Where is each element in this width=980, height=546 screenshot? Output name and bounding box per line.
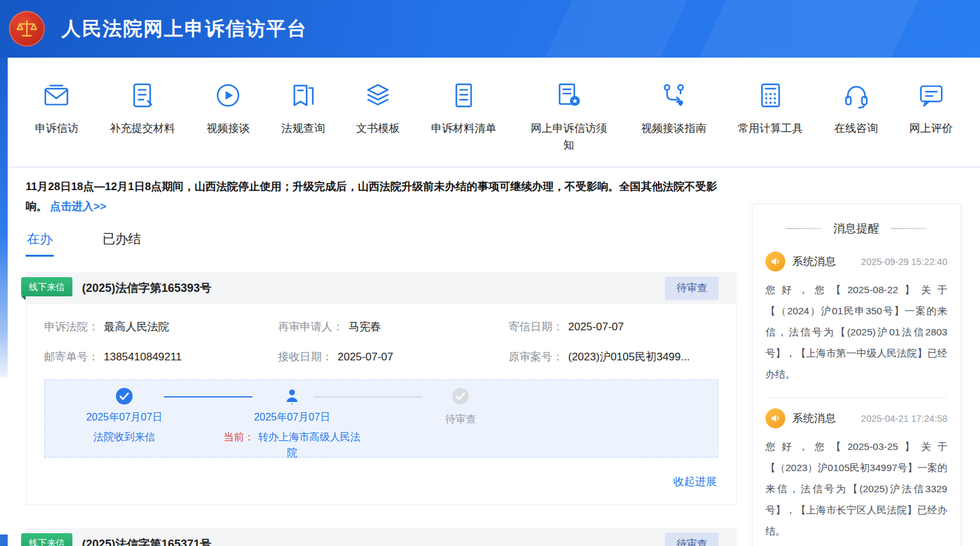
offline-letter-badge: 线下来信 — [21, 277, 72, 296]
message-title: 系统消息 — [792, 254, 836, 269]
layers-icon — [363, 81, 393, 110]
step-date: 2025年07月07日 — [54, 411, 195, 424]
nav-item-online-review[interactable]: 网上评价 — [910, 58, 953, 166]
check-circle-done-icon — [54, 387, 195, 405]
nav-item-petition-instructions[interactable]: 网上申诉信访须知 — [528, 58, 610, 166]
nav-item-video-guide[interactable]: 视频接谈指南 — [641, 58, 706, 166]
timeline-step-current: 2025年07月07日 当前：转办上海市高级人民法院 — [222, 387, 363, 461]
court-logo-icon — [9, 11, 45, 47]
top-nav: 申诉信访 补充提交材料 视频接谈 法规查询 — [8, 58, 980, 168]
tab-completed[interactable]: 已办结 — [101, 228, 142, 257]
nav-item-supplement-materials[interactable]: 补充提交材料 — [110, 58, 175, 166]
nav-item-law-search[interactable]: 法规查询 — [281, 58, 325, 166]
title-decor-line — [891, 228, 927, 229]
field-receive-date: 接收日期：2025-07-07 — [278, 349, 509, 364]
nav-item-document-templates[interactable]: 文书模板 — [356, 58, 400, 166]
cases-column: 11月28日18点—12月1日8点期间，山西法院停止使用；升级完成后，山西法院升… — [26, 177, 737, 546]
field-value: (2023)沪0105民初3499... — [568, 351, 690, 363]
mail-icon — [42, 81, 71, 110]
message-title: 系统消息 — [792, 411, 836, 426]
case-fields: 申诉法院：最高人民法院 再审申请人：马宪春 寄信日期：2025-07-07 邮寄… — [44, 319, 718, 364]
field-label: 寄信日期： — [509, 321, 563, 333]
message-item[interactable]: 系统消息 2025-09-29 15:22:40 您好，您【2025-08-22… — [765, 241, 947, 398]
panel-title-text: 消息提醒 — [833, 221, 879, 236]
nav-label: 常用计算工具 — [738, 120, 803, 137]
message-timestamp: 2025-04-21 17:24:58 — [861, 414, 947, 424]
field-value: 1385410849211 — [104, 351, 182, 363]
status-badge: 待审查 — [665, 277, 719, 300]
field-tracking-number: 邮寄单号：1385410849211 — [44, 349, 278, 364]
nav-item-materials-checklist[interactable]: 申诉材料清单 — [431, 58, 496, 166]
main-content: 11月28日18点—12月1日8点期间，山西法院停止使用；升级完成后，山西法院升… — [8, 168, 980, 546]
step-label: 法院收到来信 — [54, 429, 195, 445]
field-value: 马宪春 — [348, 321, 381, 333]
field-value: 2025-07-07 — [338, 351, 393, 363]
timeline-step-pending-review: 待审查 — [390, 387, 531, 427]
collapse-progress-link[interactable]: 收起进展 — [673, 476, 717, 488]
field-original-case-number: 原审案号：(2023)沪0105民初3499... — [509, 349, 718, 364]
field-mail-date: 寄信日期：2025-07-07 — [509, 319, 718, 334]
nav-label: 在线咨询 — [835, 120, 878, 137]
video-play-icon — [213, 81, 243, 110]
system-notice: 11月28日18点—12月1日8点期间，山西法院停止使用；升级完成后，山西法院升… — [26, 177, 737, 216]
step-label: 待审查 — [390, 411, 531, 427]
field-label: 邮寄单号： — [44, 351, 99, 363]
left-decor-strip — [0, 58, 8, 378]
document-icon — [127, 81, 157, 110]
tab-in-progress[interactable]: 在办 — [26, 228, 54, 257]
notice-enter-link[interactable]: 点击进入>> — [50, 200, 106, 213]
comment-icon — [917, 81, 946, 110]
page: 人民法院网上申诉信访平台 申诉信访 补充提交材料 — [0, 0, 980, 546]
notice-doc-icon — [554, 81, 584, 110]
person-pin-current-icon — [222, 387, 363, 405]
law-shield-icon — [288, 81, 318, 110]
timeline-step-received: 2025年07月07日 法院收到来信 — [54, 387, 195, 445]
collapse-row: 收起进展 — [44, 458, 718, 497]
nav-label: 补充提交材料 — [110, 120, 175, 137]
step-date: 2025年07月07日 — [222, 411, 363, 424]
corner-decor — [0, 534, 8, 546]
nav-label: 申诉信访 — [35, 120, 78, 137]
nav-label: 网上申诉信访须知 — [528, 120, 610, 154]
field-label: 原审案号： — [509, 351, 563, 363]
step-label: 当前：转办上海市高级人民法院 — [222, 429, 363, 461]
nav-label: 网上评价 — [910, 120, 953, 137]
nav-item-petition[interactable]: 申诉信访 — [35, 58, 78, 166]
case-body: 申诉法院：最高人民法院 再审申请人：马宪春 寄信日期：2025-07-07 邮寄… — [26, 304, 737, 505]
message-body: 您好，您【2025-08-22】关于【（2024）沪01民申350号】一案的来信… — [765, 279, 947, 385]
case-number: (2025)法信字第165393号 — [82, 280, 211, 296]
page-title: 人民法院网上申诉信访平台 — [61, 16, 307, 42]
headset-icon — [842, 81, 871, 110]
speaker-icon — [765, 408, 785, 428]
case-tabs: 在办 已办结 — [26, 228, 737, 257]
notice-text: 11月28日18点—12月1日8点期间，山西法院停止使用；升级完成后，山西法院升… — [26, 181, 717, 213]
current-step-prefix: 当前： — [224, 431, 254, 442]
case-header: 线下来信 (2025)法信字第165371号 待审查 — [26, 528, 737, 546]
nav-label: 文书模板 — [356, 120, 400, 137]
message-timestamp: 2025-09-29 15:22:40 — [861, 257, 947, 267]
nav-label: 视频接谈指南 — [641, 120, 706, 137]
nav-label: 视频接谈 — [206, 120, 250, 137]
field-value: 最高人民法院 — [104, 321, 169, 333]
message-header: 系统消息 2025-04-21 17:24:58 — [765, 408, 947, 428]
current-step-text: 转办上海市高级人民法院 — [258, 431, 361, 458]
header-decor — [534, 0, 697, 58]
field-value: 2025-07-07 — [568, 321, 624, 333]
message-header: 系统消息 2025-09-29 15:22:40 — [765, 252, 947, 271]
calculator-icon — [756, 81, 785, 110]
field-label: 再审申请人： — [278, 321, 343, 333]
nav-item-video-interview[interactable]: 视频接谈 — [206, 58, 250, 166]
case-number: (2025)法信字第165371号 — [82, 536, 211, 546]
field-label: 接收日期： — [278, 351, 332, 363]
message-item[interactable]: 系统消息 2025-04-21 17:24:58 您好，您【2025-03-25… — [765, 398, 947, 546]
message-body: 您好，您【2025-03-25】关于【（2023）沪0105民初34997号】一… — [765, 436, 947, 542]
app-header: 人民法院网上申诉信访平台 — [0, 0, 980, 58]
case-card: 线下来信 (2025)法信字第165371号 待审查 — [26, 528, 737, 546]
nav-item-calculator-tools[interactable]: 常用计算工具 — [738, 58, 803, 166]
nav-item-online-consult[interactable]: 在线咨询 — [835, 58, 878, 166]
messages-panel: 消息提醒 系统消息 2025-09-29 15:22:40 您好，您【2025-… — [752, 204, 961, 546]
check-circle-pending-icon — [390, 387, 531, 405]
speaker-icon — [765, 252, 785, 271]
offline-letter-badge: 线下来信 — [21, 533, 72, 546]
case-header: 线下来信 (2025)法信字第165393号 待审查 — [26, 272, 737, 304]
